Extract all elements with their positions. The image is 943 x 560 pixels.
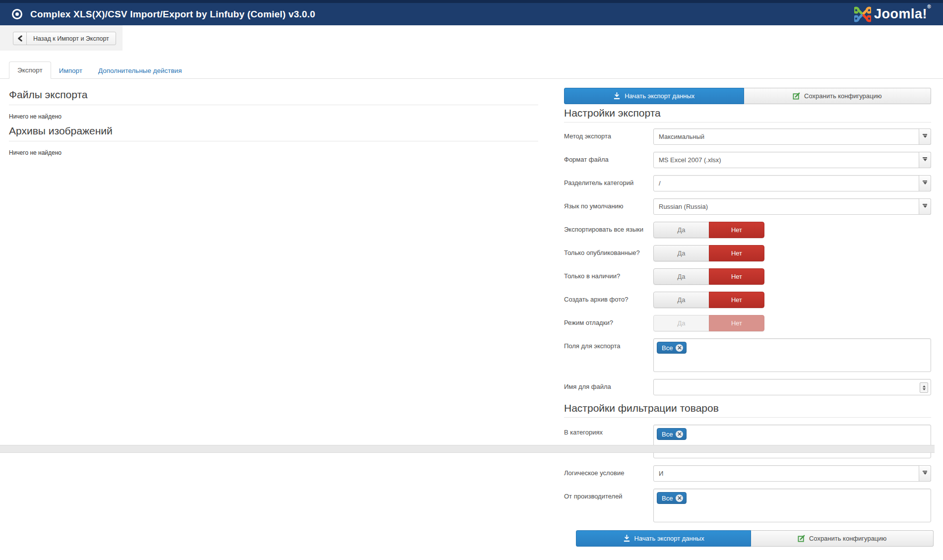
form-row: Создать архив фото? Да Нет — [564, 292, 931, 308]
caret-down-icon — [919, 128, 931, 145]
section-title-image-archives: Архивы изображений — [9, 125, 538, 141]
tab-additional-actions[interactable]: Дополнительные действия — [90, 62, 190, 79]
form-row: В категориях Все — [564, 425, 931, 458]
app-icon — [12, 9, 22, 19]
field-label: Имя для файла — [564, 379, 653, 395]
toggle-yes-button[interactable]: Да — [653, 292, 709, 308]
form-row: Логическое условие И — [564, 465, 931, 482]
tag-chip: Все — [657, 342, 687, 354]
form-row: Только опубликованные? Да Нет — [564, 245, 931, 261]
form-row: Поля для экспорта Все — [564, 338, 931, 372]
joomla-x-icon — [854, 6, 871, 23]
start-export-button-top[interactable]: Начать экспорт данных — [564, 88, 744, 104]
toggle-yes-button[interactable]: Да — [653, 222, 709, 238]
joomla-logo-text: Joomla!® — [874, 6, 931, 22]
tag-chip: Все — [657, 492, 687, 504]
pencil-square-icon — [798, 535, 805, 542]
download-icon — [623, 535, 630, 542]
toggle-yes-button[interactable]: Да — [653, 268, 709, 285]
field-label: Логическое условие — [564, 465, 653, 482]
field-label: Поля для экспорта — [564, 338, 653, 372]
toggle-no-button[interactable]: Нет — [709, 292, 764, 308]
filter-settings-title: Настройки фильтрации товаров — [564, 402, 931, 418]
pencil-square-icon — [793, 92, 800, 100]
empty-text-export-files: Ничего не найдено — [9, 113, 538, 120]
field-label: Создать архив фото? — [564, 292, 653, 308]
field-label: Экспортировать все языки — [564, 222, 653, 238]
logic-condition-select[interactable]: И — [653, 465, 931, 482]
download-icon — [613, 92, 621, 100]
caret-down-icon — [919, 198, 931, 215]
joomla-logo: Joomla!® — [854, 6, 931, 23]
export-settings-panel: Начать экспорт данных Сохранить конфигур… — [564, 79, 931, 547]
circle-x-icon[interactable] — [676, 344, 683, 352]
caret-down-icon — [919, 175, 931, 191]
navbar: Complex XLS(X)/CSV Import/Export by Linf… — [0, 3, 943, 25]
field-label: Формат файла — [564, 152, 653, 168]
field-label: В категориях — [564, 425, 653, 458]
export-method-select[interactable]: Максимальный — [653, 128, 931, 145]
field-label: Только в наличии? — [564, 268, 653, 285]
horizontal-scrollbar[interactable] — [0, 445, 935, 453]
export-all-languages-toggle: Да Нет — [653, 222, 764, 238]
field-label: Разделитель категорий — [564, 175, 653, 191]
export-settings-title: Настройки экспорта — [564, 107, 931, 123]
chevron-left-icon — [13, 32, 27, 45]
save-config-button-top[interactable]: Сохранить конфигурацию — [744, 88, 931, 104]
toolbar: Назад к Импорт и Экспорт — [0, 25, 943, 51]
create-photo-archive-toggle: Да Нет — [653, 292, 764, 308]
field-label: Язык по умолчанию — [564, 198, 653, 215]
toggle-yes-button[interactable]: Да — [653, 245, 709, 261]
section-title-export-files: Файлы экспорта — [9, 89, 538, 105]
top-button-group: Начать экспорт данных Сохранить конфигур… — [564, 88, 931, 104]
field-label: Только опубликованные? — [564, 245, 653, 261]
back-button-label: Назад к Импорт и Экспорт — [27, 32, 116, 45]
form-row: От производителей Все — [564, 489, 931, 522]
toggle-no-button[interactable]: Нет — [709, 222, 764, 238]
field-label: От производителей — [564, 489, 653, 522]
save-config-button-bottom[interactable]: Сохранить конфигурацию — [751, 530, 934, 547]
field-label: Метод экспорта — [564, 128, 653, 145]
categories-multiselect[interactable]: Все — [653, 425, 931, 458]
form-row: Экспортировать все языки Да Нет — [564, 222, 931, 238]
tab-import[interactable]: Импорт — [51, 62, 90, 79]
field-label: Режим отладки? — [564, 315, 653, 331]
form-row: Режим отладки? Да Нет — [564, 315, 931, 331]
form-row: Формат файла MS Excel 2007 (.xlsx) — [564, 152, 931, 168]
toggle-yes-button: Да — [653, 315, 709, 331]
tag-chip: Все — [657, 428, 687, 440]
only-in-stock-toggle: Да Нет — [653, 268, 764, 285]
toggle-no-button: Нет — [709, 315, 764, 331]
export-files-panel: Файлы экспорта Ничего не найдено Архивы … — [9, 79, 538, 547]
form-row: Разделитель категорий / — [564, 175, 931, 191]
filename-input[interactable] — [654, 379, 931, 395]
caret-down-icon — [919, 152, 931, 168]
circle-x-icon[interactable] — [676, 431, 683, 438]
default-language-select[interactable]: Russian (Russia) — [653, 198, 931, 215]
start-export-button-bottom[interactable]: Начать экспорт данных — [576, 530, 751, 547]
category-separator-select[interactable]: / — [653, 175, 931, 191]
back-button[interactable]: Назад к Импорт и Экспорт — [13, 32, 116, 45]
empty-text-image-archives: Ничего не найдено — [9, 149, 538, 156]
toggle-no-button[interactable]: Нет — [709, 245, 764, 261]
bottom-button-group: Начать экспорт данных Сохранить конфигур… — [576, 530, 934, 547]
tab-bar: Экспорт Импорт Дополнительные действия — [9, 62, 943, 79]
caret-down-icon — [919, 465, 931, 482]
file-format-select[interactable]: MS Excel 2007 (.xlsx) — [653, 152, 931, 168]
tab-export[interactable]: Экспорт — [9, 62, 51, 79]
form-row: Язык по умолчанию Russian (Russia) — [564, 198, 931, 215]
form-row: Метод экспорта Максимальный — [564, 128, 931, 145]
only-published-toggle: Да Нет — [653, 245, 764, 261]
manufacturers-multiselect[interactable]: Все — [653, 489, 931, 522]
export-fields-multiselect[interactable]: Все — [653, 338, 931, 372]
debug-mode-toggle: Да Нет — [653, 315, 764, 331]
page-title: Complex XLS(X)/CSV Import/Export by Linf… — [30, 9, 315, 20]
form-row: Имя для файла — [564, 379, 931, 395]
toggle-no-button[interactable]: Нет — [709, 268, 764, 285]
form-row: Только в наличии? Да Нет — [564, 268, 931, 285]
circle-x-icon[interactable] — [676, 495, 683, 502]
stepper-icon — [920, 382, 928, 393]
